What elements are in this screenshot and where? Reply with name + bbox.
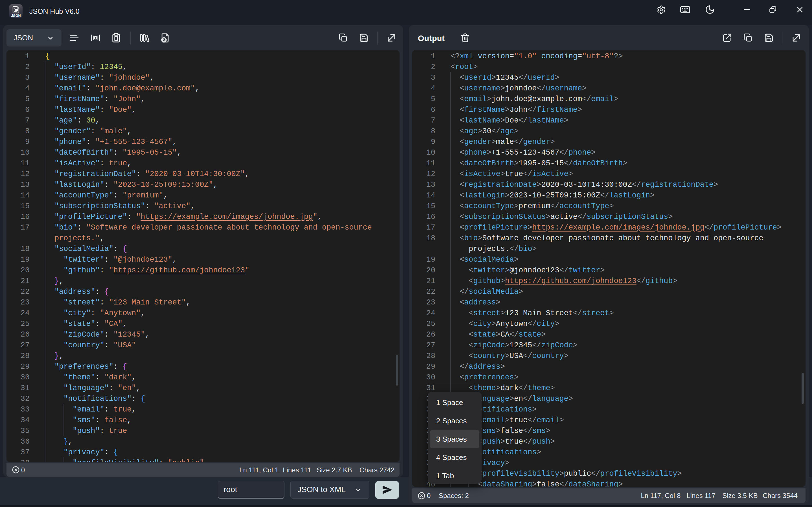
svg-text:JSON: JSON [11,14,20,18]
